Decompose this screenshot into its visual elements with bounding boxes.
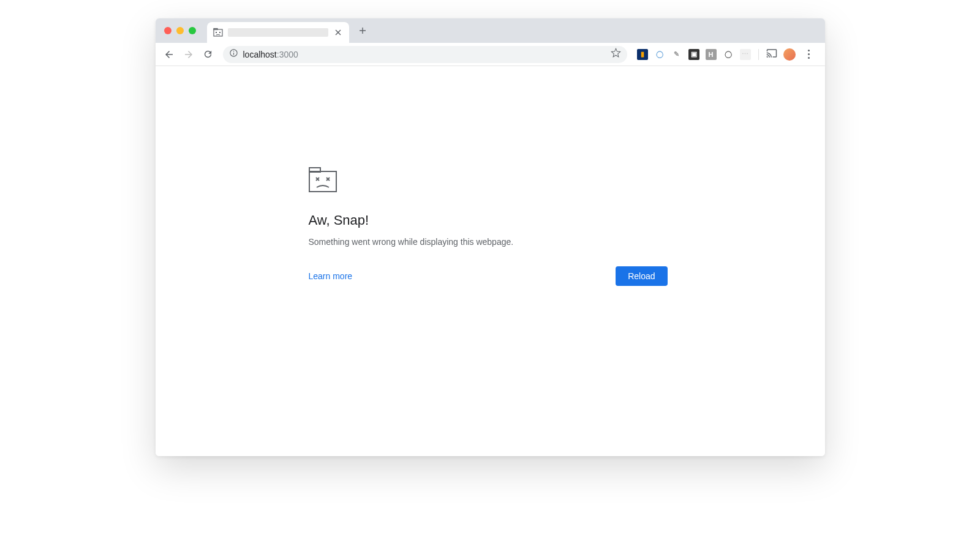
new-tab-button[interactable]: [354, 22, 371, 39]
url-text: localhost:3000: [243, 50, 298, 59]
extension-icon[interactable]: ◯: [654, 49, 665, 60]
sad-folder-icon: [309, 167, 668, 195]
svg-rect-0: [214, 29, 222, 36]
back-button[interactable]: [160, 46, 178, 63]
toolbar-separator: [758, 49, 759, 60]
window-maximize-button[interactable]: [189, 27, 196, 34]
reload-button[interactable]: Reload: [616, 266, 667, 286]
extension-icon[interactable]: ◯: [723, 49, 734, 60]
site-info-icon[interactable]: [229, 48, 238, 60]
browser-tab[interactable]: [207, 22, 349, 43]
window-close-button[interactable]: [164, 27, 172, 34]
url-port: :3000: [277, 50, 298, 59]
cast-icon[interactable]: [766, 48, 777, 61]
svg-rect-13: [309, 171, 336, 192]
browser-window: localhost:3000 ▮ ◯ ✎ ▣ H ◯ ⋯: [156, 18, 825, 456]
sad-tab-favicon-icon: [213, 28, 223, 37]
forward-button[interactable]: [180, 46, 197, 63]
extension-icon[interactable]: ▮: [637, 49, 648, 60]
extension-icon[interactable]: ⋯: [740, 49, 751, 60]
extension-icon[interactable]: H: [706, 49, 717, 60]
extensions-row: ▮ ◯ ✎ ▣ H ◯ ⋯: [633, 47, 820, 62]
error-message: Something went wrong while displaying th…: [309, 237, 668, 247]
extension-icon[interactable]: ▣: [688, 49, 699, 60]
window-controls: [164, 27, 196, 34]
error-title: Aw, Snap!: [309, 212, 668, 228]
tab-close-icon[interactable]: [333, 28, 343, 37]
tab-strip: [156, 18, 825, 43]
error-actions: Learn more Reload: [309, 266, 668, 286]
url-host: localhost: [243, 50, 277, 59]
page-content: Aw, Snap! Something went wrong while dis…: [156, 66, 825, 456]
learn-more-link[interactable]: Learn more: [309, 271, 353, 281]
address-bar[interactable]: localhost:3000: [223, 46, 627, 63]
svg-point-12: [233, 51, 234, 52]
error-interstitial: Aw, Snap! Something went wrong while dis…: [309, 167, 668, 286]
tab-title: [228, 28, 328, 37]
reload-nav-button[interactable]: [200, 46, 217, 63]
window-minimize-button[interactable]: [176, 27, 184, 34]
bookmark-star-icon[interactable]: [611, 48, 621, 61]
extension-icon[interactable]: ✎: [671, 49, 682, 60]
browser-toolbar: localhost:3000 ▮ ◯ ✎ ▣ H ◯ ⋯: [156, 43, 825, 66]
profile-avatar[interactable]: [783, 48, 796, 61]
chrome-menu-button[interactable]: [802, 47, 816, 62]
